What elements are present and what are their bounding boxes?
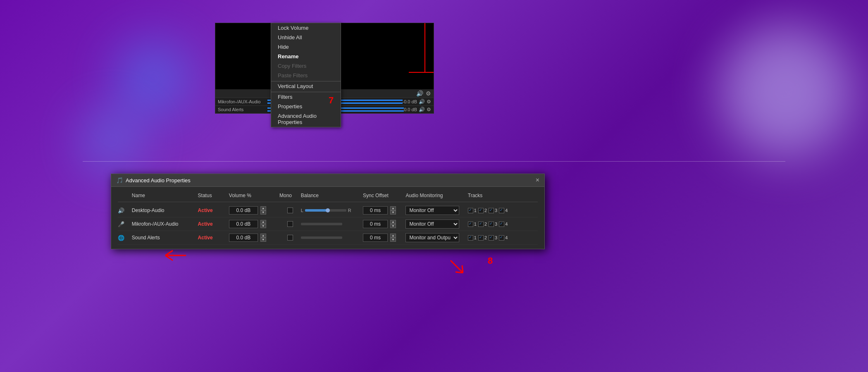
menu-item-hide[interactable]: Hide xyxy=(271,42,341,52)
red-arrow-1 xyxy=(161,247,190,264)
row1-volume-spinner[interactable]: ▲ ▼ xyxy=(260,206,266,215)
gear-icon-1: ⚙ xyxy=(427,99,431,105)
row2-track2-label: 2 xyxy=(484,222,487,227)
row1-mono-checkbox[interactable] xyxy=(287,207,293,213)
row1-track1-check[interactable] xyxy=(468,208,473,213)
mixer-row2-icons: 🔊 ⚙ xyxy=(419,107,431,112)
table-row: 🔊 Desktop-Audio Active ▲ ▼ L xyxy=(118,204,538,217)
row3-track1-check[interactable] xyxy=(468,235,473,241)
row1-track1-label: 1 xyxy=(474,208,477,213)
row2-track-2: 2 xyxy=(478,222,487,227)
row1-balance-r: R xyxy=(348,208,351,213)
row2-track4-label: 4 xyxy=(505,222,508,227)
row3-monitoring-select[interactable]: Monitor Off Monitor Only (mute output) M… xyxy=(405,233,459,242)
row3-mono-checkbox[interactable] xyxy=(287,235,293,241)
col-header-tracks: Tracks xyxy=(468,193,538,198)
row1-track2-label: 2 xyxy=(484,208,487,213)
row3-volume-input[interactable] xyxy=(229,234,258,242)
row2-balance-track[interactable] xyxy=(301,223,342,225)
red-line-vertical xyxy=(424,23,425,73)
row2-volume-cell: ▲ ▼ xyxy=(229,220,279,228)
menu-item-unhide-all[interactable]: Unhide All xyxy=(271,33,341,42)
row2-vol-up[interactable]: ▲ xyxy=(260,220,266,224)
row2-sync-up[interactable]: ▲ xyxy=(390,220,396,224)
row3-track3-check[interactable] xyxy=(489,235,494,241)
row2-balance-cell xyxy=(301,223,363,225)
row3-sync-up[interactable]: ▲ xyxy=(390,234,396,238)
dialog-title-text: Advanced Audio Properties xyxy=(126,177,191,184)
row1-vol-down[interactable]: ▼ xyxy=(260,210,266,215)
row1-icon-cell: 🔊 xyxy=(118,207,132,214)
row1-status: Active xyxy=(198,207,213,213)
row1-sync-input[interactable] xyxy=(363,206,388,215)
menu-item-rename[interactable]: Rename xyxy=(271,52,341,61)
row1-track2-check[interactable] xyxy=(478,208,484,213)
row2-volume-spinner[interactable]: ▲ ▼ xyxy=(260,220,266,228)
row1-track-3: 3 xyxy=(489,208,497,213)
row3-track2-label: 2 xyxy=(484,235,487,240)
menu-item-lock-volume[interactable]: Lock Volume xyxy=(271,23,341,33)
row2-track1-label: 1 xyxy=(474,222,477,227)
row1-track-2: 2 xyxy=(478,208,487,213)
row2-vol-down[interactable]: ▼ xyxy=(260,224,266,228)
row1-sync-spinner[interactable]: ▲ ▼ xyxy=(390,206,396,215)
row1-vol-up[interactable]: ▲ xyxy=(260,206,266,210)
col-header-name: Name xyxy=(132,193,198,198)
mic-icon: 🎤 xyxy=(118,221,124,227)
row2-sync-spinner[interactable]: ▲ ▼ xyxy=(390,220,396,228)
row3-track4-label: 4 xyxy=(505,235,508,240)
row2-sync-down[interactable]: ▼ xyxy=(390,224,396,228)
row3-track1-label: 1 xyxy=(474,235,477,240)
row2-volume-input[interactable] xyxy=(229,220,258,228)
row3-track-checks: 1 2 3 4 xyxy=(468,235,508,241)
table-row: 🎤 Mikrofon-/AUX-Audio Active ▲ ▼ xyxy=(118,217,538,231)
menu-item-vertical-layout[interactable]: Vertical Layout xyxy=(271,81,341,91)
row1-volume-input[interactable] xyxy=(229,206,258,215)
dialog-close-button[interactable]: × xyxy=(536,176,539,184)
row2-monitoring-cell: Monitor Off Monitor Only (mute output) M… xyxy=(405,219,467,229)
context-menu: Lock Volume Unhide All Hide Rename Copy … xyxy=(271,23,341,127)
row2-track-4: 4 xyxy=(499,222,508,227)
row3-track2-check[interactable] xyxy=(478,235,484,241)
row1-track3-check[interactable] xyxy=(489,208,494,213)
row2-icon-cell: 🎤 xyxy=(118,220,132,228)
row3-status-cell: Active xyxy=(198,235,229,241)
row3-volume-spinner[interactable]: ▲ ▼ xyxy=(260,234,266,242)
row3-vol-up[interactable]: ▲ xyxy=(260,234,266,238)
menu-item-advanced-audio[interactable]: Advanced Audio Properties xyxy=(271,111,341,127)
row3-name-cell: Sound Alerts xyxy=(132,235,198,241)
row1-balance-cell: L R xyxy=(301,208,363,213)
row3-mono-cell xyxy=(279,235,301,241)
row1-balance-fill xyxy=(305,209,328,212)
row2-track2-check[interactable] xyxy=(478,222,484,227)
row1-balance-track[interactable] xyxy=(305,209,346,212)
row3-sync-input[interactable] xyxy=(363,234,388,242)
col-header-mono: Mono xyxy=(279,193,301,198)
row3-sync-down[interactable]: ▼ xyxy=(390,238,396,242)
annotation-7: 7 xyxy=(329,95,334,106)
row3-sync-spinner[interactable]: ▲ ▼ xyxy=(390,234,396,242)
table-header: Name Status Volume % Mono Balance Sync O… xyxy=(118,191,538,202)
row1-track4-check[interactable] xyxy=(499,208,504,213)
decorative-blob-3 xyxy=(719,25,851,157)
row2-monitoring-select[interactable]: Monitor Off Monitor Only (mute output) M… xyxy=(405,219,459,229)
row2-mono-checkbox[interactable] xyxy=(287,221,293,227)
row1-monitoring-select[interactable]: Monitor Off Monitor Only (mute output) M… xyxy=(405,206,459,215)
row2-track1-check[interactable] xyxy=(468,222,473,227)
row2-track3-check[interactable] xyxy=(489,222,494,227)
row1-volume-cell: ▲ ▼ xyxy=(229,206,279,215)
row3-vol-down[interactable]: ▼ xyxy=(260,238,266,242)
row3-balance-track[interactable] xyxy=(301,236,342,239)
row2-sync-input[interactable] xyxy=(363,220,388,228)
table-row: 🌐 Sound Alerts Active ▲ ▼ xyxy=(118,231,538,245)
row1-sync-down[interactable]: ▼ xyxy=(390,210,396,215)
col-header-sync: Sync Offset xyxy=(363,193,405,198)
mixer-row1-db: -0.0 dB xyxy=(403,99,417,104)
row1-track-4: 4 xyxy=(499,208,508,213)
row2-track4-check[interactable] xyxy=(499,222,504,227)
row1-sync-up[interactable]: ▲ xyxy=(390,206,396,210)
row3-track4-check[interactable] xyxy=(499,235,504,241)
menu-item-copy-filters: Copy Filters xyxy=(271,61,341,71)
row3-volume-cell: ▲ ▼ xyxy=(229,234,279,242)
row3-track-4: 4 xyxy=(499,235,508,241)
